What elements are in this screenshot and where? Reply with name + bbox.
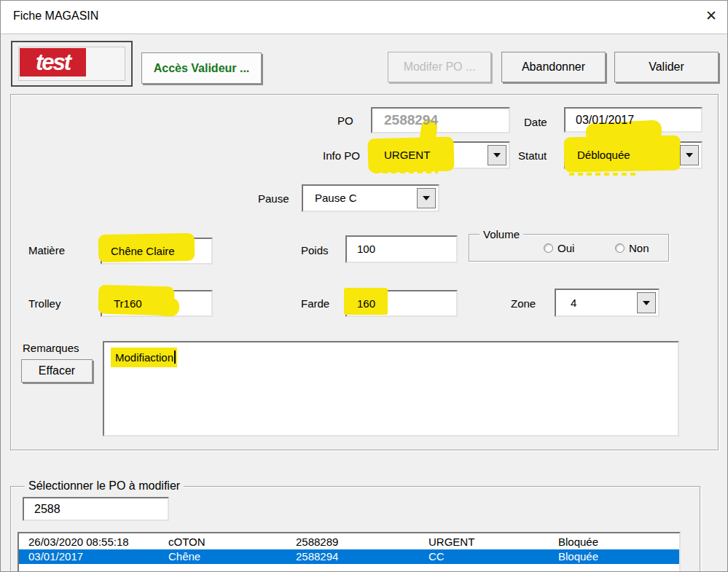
remarques-value: Modifiaction — [115, 351, 173, 364]
remarques-label: Remarques — [23, 342, 79, 354]
row-statut: Bloquée — [558, 549, 598, 564]
po-list-row-selected[interactable]: 03/01/2017 Chêne 2588294 CC Bloquée — [19, 549, 679, 564]
effacer-button[interactable]: Effacer — [21, 359, 93, 383]
row-info: CC — [428, 549, 445, 564]
zone-combobox[interactable]: 4 — [555, 289, 659, 317]
row-date: 03/01/2017 — [28, 549, 83, 564]
statut-label: Statut — [518, 149, 547, 162]
highlight-fringe — [569, 173, 639, 176]
poids-field[interactable]: 100 — [345, 235, 458, 263]
remarques-textarea[interactable]: Modifiaction — [103, 341, 679, 436]
po-label: PO — [337, 114, 353, 127]
pause-label: Pause — [258, 192, 289, 205]
volume-label: Volume — [480, 228, 523, 241]
test-logo-text: test — [36, 52, 70, 74]
date-field[interactable]: 03/01/2017 — [564, 107, 702, 133]
fiche-magasin-window: Fiche MAGASIN ✕ test Accès Valideur ... … — [0, 0, 728, 572]
remarques-highlighted-text: Modifiaction — [111, 348, 177, 367]
chevron-down-icon — [423, 196, 430, 200]
abandonner-button[interactable]: Abandonner — [501, 52, 606, 82]
date-label: Date — [524, 116, 547, 128]
valider-button[interactable]: Valider — [614, 52, 719, 82]
chevron-down-icon — [493, 153, 501, 157]
po-list-row[interactable]: 26/03/2020 08:55:18 cOTON 2588289 URGENT… — [19, 535, 679, 549]
row-po: 2588289 — [296, 535, 338, 549]
radio-icon — [544, 243, 553, 253]
chevron-down-icon — [643, 301, 650, 305]
modifer-po-button[interactable]: Modifer PO ... — [388, 52, 491, 82]
po-filter-value: 2588 — [24, 498, 168, 520]
zone-label: Zone — [511, 297, 536, 310]
logo-inner-frame: test — [18, 47, 125, 81]
info-po-label: Info PO — [323, 149, 360, 162]
pause-combobox[interactable]: Pause C — [302, 184, 439, 212]
pause-dropdown-button[interactable] — [417, 188, 436, 208]
po-value: 2588294 — [372, 109, 509, 132]
po-filter-input[interactable]: 2588 — [23, 497, 169, 521]
po-selector-frame-label: Sélectionner le PO à modifier — [25, 479, 184, 493]
matiere-field[interactable]: Chêne Claire — [101, 238, 213, 265]
matiere-value: Chêne Claire — [102, 239, 211, 263]
po-field[interactable]: 2588294 — [371, 107, 510, 133]
matiere-label: Matière — [28, 244, 65, 256]
farde-value: 160 — [347, 291, 456, 316]
farde-field[interactable]: 160 — [345, 290, 458, 317]
trolley-label: Trolley — [28, 297, 60, 310]
statut-combobox[interactable]: Débloquée — [564, 141, 702, 169]
volume-non-label: Non — [629, 242, 649, 254]
row-matiere: cOTON — [168, 535, 206, 549]
close-icon[interactable]: ✕ — [705, 8, 717, 24]
date-value: 03/01/2017 — [565, 109, 701, 131]
volume-oui-label: Oui — [557, 242, 574, 254]
row-info: URGENT — [428, 535, 474, 549]
window-title: Fiche MAGASIN — [13, 9, 98, 23]
info-po-dropdown-button[interactable] — [488, 145, 506, 165]
acces-valideur-button[interactable]: Accès Valideur ... — [141, 52, 262, 84]
trolley-field[interactable]: Tr160 — [101, 290, 213, 317]
volume-oui-radio[interactable]: Oui — [544, 242, 574, 254]
titlebar: Fiche MAGASIN ✕ — [1, 1, 727, 34]
poids-label: Poids — [301, 244, 329, 256]
row-date: 26/03/2020 08:55:18 — [28, 535, 129, 549]
volume-non-radio[interactable]: Non — [615, 242, 649, 254]
test-logo: test — [20, 48, 86, 77]
statut-dropdown-button[interactable] — [680, 145, 699, 165]
row-po: 2588294 — [296, 549, 338, 564]
po-listbox[interactable]: 26/03/2020 08:55:18 cOTON 2588289 URGENT… — [17, 532, 681, 572]
info-po-combobox[interactable]: URGENT — [371, 141, 510, 169]
farde-label: Farde — [301, 297, 329, 310]
text-caret — [174, 350, 176, 364]
highlight-fringe — [374, 171, 438, 173]
chevron-down-icon — [686, 153, 693, 157]
trolley-value: Tr160 — [102, 291, 211, 316]
row-statut: Bloquée — [558, 535, 598, 549]
poids-value: 100 — [347, 237, 456, 262]
radio-icon — [615, 243, 625, 253]
row-matiere: Chêne — [168, 549, 200, 564]
logo-frame: test — [11, 41, 133, 87]
zone-dropdown-button[interactable] — [637, 292, 656, 313]
